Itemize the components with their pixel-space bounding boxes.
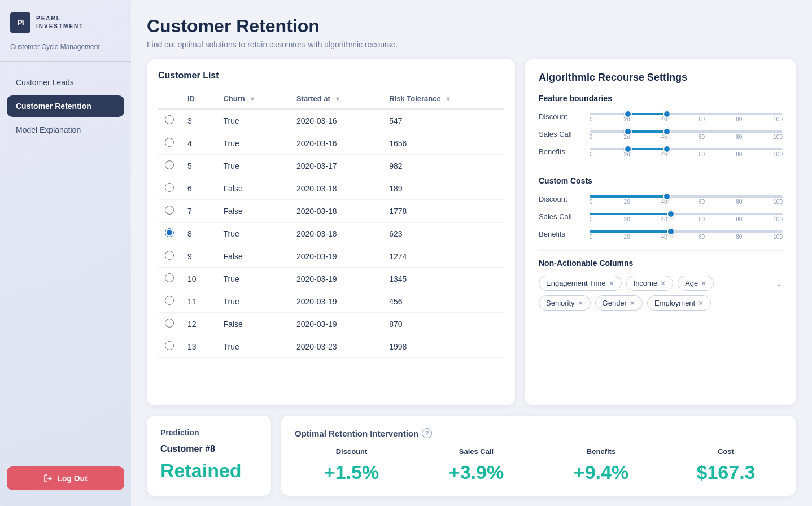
row-cell-risk_tolerance: 623 xyxy=(382,223,504,245)
row-cell-id: 9 xyxy=(181,245,216,268)
sidebar: PI PEARL INVESTMENT Customer Cycle Manag… xyxy=(0,0,131,506)
metric-cost-value: $167.3 xyxy=(697,461,756,483)
metric-salescall-value: +3.9% xyxy=(449,461,504,483)
customer-radio[interactable] xyxy=(165,115,174,124)
intervention-info-icon[interactable]: ? xyxy=(422,428,432,438)
customer-radio[interactable] xyxy=(165,228,174,237)
tag-age[interactable]: Age ✕ xyxy=(678,276,714,291)
custom-costs-header: Custom Costs xyxy=(539,176,783,185)
page-subtitle: Find out optimal solutions to retain cus… xyxy=(147,40,796,49)
settings-title: Algorithmic Recourse Settings xyxy=(539,72,783,84)
row-cell-started_at: 2020-03-19 xyxy=(290,268,382,290)
tag-employment[interactable]: Employment ✕ xyxy=(647,295,711,311)
row-cell-churn: False xyxy=(216,200,289,223)
customer-list-panel: Customer List ID Churn ▼ Started at ▼ Ri… xyxy=(147,59,515,405)
feature-salescall-row: Sales Call 020406080100 xyxy=(539,128,783,140)
remove-age[interactable]: ✕ xyxy=(701,280,706,287)
row-cell-risk_tolerance: 456 xyxy=(382,290,504,313)
row-radio-cell[interactable] xyxy=(158,132,181,155)
row-radio-cell[interactable] xyxy=(158,155,181,177)
row-cell-id: 4 xyxy=(181,132,216,155)
remove-engagement-time[interactable]: ✕ xyxy=(609,280,614,287)
row-cell-risk_tolerance: 1274 xyxy=(382,245,504,268)
main-content: Customer Retention Find out optimal solu… xyxy=(131,0,812,506)
row-radio-cell[interactable] xyxy=(158,200,181,223)
customer-radio[interactable] xyxy=(165,319,174,328)
remove-income[interactable]: ✕ xyxy=(660,280,666,287)
remove-employment[interactable]: ✕ xyxy=(698,300,704,307)
metric-benefits: Benefits +9.4% xyxy=(544,447,658,483)
table-row: 9False2020-03-191274 xyxy=(158,245,504,268)
row-cell-started_at: 2020-03-17 xyxy=(290,155,382,177)
row-cell-risk_tolerance: 547 xyxy=(382,109,504,132)
row-cell-id: 3 xyxy=(181,109,216,132)
row-radio-cell[interactable] xyxy=(158,223,181,245)
customer-radio[interactable] xyxy=(165,138,174,147)
row-cell-risk_tolerance: 1345 xyxy=(382,268,504,290)
prediction-label: Prediction xyxy=(160,428,199,437)
row-radio-cell[interactable] xyxy=(158,177,181,200)
non-actionable-tags-row2: Seniority ✕ Gender ✕ Employment ✕ xyxy=(539,295,783,311)
row-cell-churn: True xyxy=(216,155,289,177)
row-radio-cell[interactable] xyxy=(158,268,181,290)
row-cell-id: 6 xyxy=(181,177,216,200)
metric-benefits-header: Benefits xyxy=(587,447,615,456)
customer-radio[interactable] xyxy=(165,183,174,192)
non-actionable-tags: Engagement Time ✕ Income ✕ Age ✕ ⌄ xyxy=(539,276,783,291)
customer-radio[interactable] xyxy=(165,273,174,282)
sidebar-item-customer-leads[interactable]: Customer Leads xyxy=(7,72,124,93)
logout-button[interactable]: Log Out xyxy=(7,466,124,490)
intervention-panel: Optimal Retention Intervention ? Discoun… xyxy=(281,416,796,496)
feature-benefits-label: Benefits xyxy=(539,147,584,156)
table-row: 13True2020-03-231998 xyxy=(158,335,504,358)
row-cell-churn: True xyxy=(216,268,289,290)
row-cell-id: 11 xyxy=(181,290,216,313)
cost-discount-row: Discount 020406080100 xyxy=(539,193,783,205)
col-select xyxy=(158,89,181,109)
sidebar-item-model-explanation[interactable]: Model Explanation xyxy=(7,119,124,141)
col-id[interactable]: ID xyxy=(181,89,216,109)
row-radio-cell[interactable] xyxy=(158,109,181,132)
row-cell-id: 12 xyxy=(181,313,216,335)
customer-radio[interactable] xyxy=(165,296,174,305)
cost-salescall-slider: 020406080100 xyxy=(590,211,783,223)
row-radio-cell[interactable] xyxy=(158,313,181,335)
row-radio-cell[interactable] xyxy=(158,245,181,268)
metric-discount: Discount +1.5% xyxy=(295,447,408,483)
remove-seniority[interactable]: ✕ xyxy=(578,300,583,307)
tag-income[interactable]: Income ✕ xyxy=(626,276,674,291)
custom-costs-sliders: Discount 020406080100 Sales Call xyxy=(539,193,783,240)
sidebar-item-customer-retention[interactable]: Customer Retention xyxy=(7,95,124,117)
row-cell-risk_tolerance: 870 xyxy=(382,313,504,335)
table-row: 3True2020-03-16547 xyxy=(158,109,504,132)
col-risk-tolerance[interactable]: Risk Tolerance ▼ xyxy=(382,89,504,109)
remove-gender[interactable]: ✕ xyxy=(630,300,635,307)
cost-benefits-label: Benefits xyxy=(539,230,584,238)
table-row: 10True2020-03-191345 xyxy=(158,268,504,290)
customer-radio[interactable] xyxy=(165,251,174,260)
row-cell-started_at: 2020-03-23 xyxy=(290,335,382,358)
table-row: 7False2020-03-181778 xyxy=(158,200,504,223)
tag-gender[interactable]: Gender ✕ xyxy=(595,295,643,311)
row-radio-cell[interactable] xyxy=(158,335,181,358)
tag-seniority[interactable]: Seniority ✕ xyxy=(539,295,591,311)
customer-radio[interactable] xyxy=(165,160,174,169)
logo-text: PEARL INVESTMENT xyxy=(36,15,84,30)
row-cell-started_at: 2020-03-18 xyxy=(290,223,382,245)
feature-discount-row: Discount 020406080100 xyxy=(539,111,783,123)
row-cell-risk_tolerance: 1656 xyxy=(382,132,504,155)
row-cell-started_at: 2020-03-19 xyxy=(290,290,382,313)
feature-benefits-row: Benefits 020406080100 xyxy=(539,146,783,158)
customer-radio[interactable] xyxy=(165,206,174,215)
tag-engagement-time[interactable]: Engagement Time ✕ xyxy=(539,276,622,291)
row-radio-cell[interactable] xyxy=(158,290,181,313)
row-cell-started_at: 2020-03-16 xyxy=(290,109,382,132)
row-cell-id: 13 xyxy=(181,335,216,358)
customer-table: ID Churn ▼ Started at ▼ Risk Tolerance ▼… xyxy=(158,89,504,358)
col-churn[interactable]: Churn ▼ xyxy=(216,89,289,109)
metric-cost-header: Cost xyxy=(718,447,734,456)
customer-radio[interactable] xyxy=(165,341,174,350)
tags-dropdown-chevron[interactable]: ⌄ xyxy=(776,279,783,288)
col-started-at[interactable]: Started at ▼ xyxy=(290,89,382,109)
metric-salescall: Sales Call +3.9% xyxy=(420,447,533,483)
